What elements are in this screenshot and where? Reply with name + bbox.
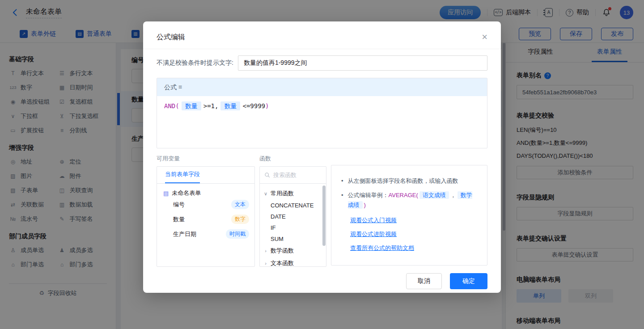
functions-scrollbar-thumb[interactable] xyxy=(322,186,326,246)
variable-name: 生产日期 xyxy=(173,230,196,238)
caret-right-icon: › xyxy=(263,261,268,266)
example-paren: ) xyxy=(364,202,366,208)
group-label: 常用函数 xyxy=(271,190,294,198)
formula-operator: <=9999 xyxy=(242,102,265,110)
help-links: 观看公式入门视频 观看公式进阶视频 查看所有公式的帮助文档 xyxy=(341,216,477,252)
tree-root-form[interactable]: ▤ 未命名表单 xyxy=(163,189,249,197)
function-search[interactable]: 搜索函数 xyxy=(260,167,326,184)
formula-editor[interactable]: 公式 = AND(数量>=1,数量<=9999) xyxy=(157,78,487,148)
tab-current-form-fields[interactable]: 当前表单字段 xyxy=(165,170,200,183)
link-formula-intro-video[interactable]: 观看公式入门视频 xyxy=(350,216,477,224)
tip-label: 不满足校验条件时提示文字: xyxy=(157,59,233,67)
function-group-common[interactable]: ∨ 常用函数 xyxy=(260,187,326,200)
variables-tabrow: 当前表单字段 xyxy=(157,167,254,184)
form-doc-icon: ▤ xyxy=(163,190,169,197)
formula-input-area[interactable]: AND(数量>=1,数量<=9999) xyxy=(157,96,487,148)
modal-footer: 取消 确定 xyxy=(143,267,501,298)
example-function: AVERAGE xyxy=(389,192,416,198)
function-item-date[interactable]: DATE xyxy=(260,211,326,222)
variable-name: 数量 xyxy=(173,215,185,224)
functions-label: 函数 xyxy=(259,155,326,163)
tip-message-input[interactable] xyxy=(238,55,487,71)
example-paren: ( xyxy=(416,192,418,198)
help-box: • 从左侧面板选择字段名和函数，或输入函数 • 公式编辑举例：AVERAGE(语… xyxy=(331,165,487,266)
modal-body: 不满足校验条件时提示文字: 公式 = AND(数量>=1,数量<=9999) 可… xyxy=(143,49,501,267)
variables-box: 当前表单字段 ▤ 未命名表单 编号 文本 xyxy=(157,166,255,267)
cancel-button[interactable]: 取消 xyxy=(406,273,442,289)
functions-box: 搜索函数 ∨ 常用函数 CONCATENATE DATE IF SUM xyxy=(259,166,326,267)
modal-header: 公式编辑 × xyxy=(143,21,501,49)
bullet-dot: • xyxy=(341,190,343,210)
formula-paren: ) xyxy=(265,102,269,110)
help-column: • 从左侧面板选择字段名和函数，或输入函数 • 公式编辑举例：AVERAGE(语… xyxy=(331,155,487,267)
app-screen: 未命名表单 应用访问 </> 后端脚本 A ? 帮助 13 ↗ xyxy=(0,0,644,329)
example-comma: ， xyxy=(450,192,456,198)
help-label-spacer xyxy=(331,155,487,161)
formula-header: 公式 = xyxy=(157,78,487,96)
formula-field-chip[interactable]: 数量 xyxy=(182,101,201,110)
variables-tree: ▤ 未命名表单 编号 文本 数量 数字 xyxy=(157,184,254,241)
caret-down-icon: ∨ xyxy=(263,191,268,197)
type-tag: 数字 xyxy=(231,215,249,224)
variable-name: 编号 xyxy=(173,201,185,209)
link-formula-help-docs[interactable]: 查看所有公式的帮助文档 xyxy=(350,244,477,252)
function-list: ∨ 常用函数 CONCATENATE DATE IF SUM › 数学函数 xyxy=(260,184,326,267)
formula-editor-modal: 公式编辑 × 不满足校验条件时提示文字: 公式 = AND(数量>=1,数量<=… xyxy=(143,21,501,293)
formula-operator: >=1, xyxy=(203,102,219,110)
modal-panes: 可用变量 当前表单字段 ▤ 未命名表单 编号 文本 xyxy=(157,155,487,267)
search-icon xyxy=(264,172,270,178)
confirm-button[interactable]: 确定 xyxy=(450,273,487,289)
example-chip: 语文成绩 xyxy=(419,191,449,199)
bullet-text: 从左侧面板选择字段名和函数，或输入函数 xyxy=(348,176,458,186)
function-item-if[interactable]: IF xyxy=(260,222,326,233)
formula-paren: ( xyxy=(175,102,179,110)
caret-right-icon: › xyxy=(263,248,268,253)
variables-label: 可用变量 xyxy=(157,155,255,163)
function-group-text[interactable]: › 文本函数 xyxy=(260,257,326,267)
function-item-sum[interactable]: SUM xyxy=(260,233,326,245)
variable-row-quantity[interactable]: 数量 数字 xyxy=(163,212,249,227)
group-label: 文本函数 xyxy=(271,259,294,267)
help-bullet-2: • 公式编辑举例：AVERAGE(语文成绩，数学成绩) xyxy=(341,190,477,210)
function-group-math[interactable]: › 数学函数 xyxy=(260,245,326,257)
modal-title: 公式编辑 xyxy=(157,33,185,42)
type-tag: 时间戳 xyxy=(226,229,249,239)
help-bullet-1: • 从左侧面板选择字段名和函数，或输入函数 xyxy=(341,176,477,186)
variables-column: 可用变量 当前表单字段 ▤ 未命名表单 编号 文本 xyxy=(157,155,255,267)
tip-row: 不满足校验条件时提示文字: xyxy=(157,55,487,71)
close-icon[interactable]: × xyxy=(482,32,487,42)
bullet-text: 公式编辑举例：AVERAGE(语文成绩，数学成绩) xyxy=(348,190,477,210)
example-prefix: 公式编辑举例： xyxy=(348,192,389,198)
type-tag: 文本 xyxy=(231,200,249,209)
variable-row-number[interactable]: 编号 文本 xyxy=(163,197,249,212)
help-inner: • 从左侧面板选择字段名和函数，或输入函数 • 公式编辑举例：AVERAGE(语… xyxy=(331,165,487,264)
link-formula-advanced-video[interactable]: 观看公式进阶视频 xyxy=(350,230,477,238)
variable-row-production-date[interactable]: 生产日期 时间戳 xyxy=(163,227,249,241)
functions-column: 函数 搜索函数 ∨ 常用函数 CONCATENATE DATE xyxy=(259,155,326,267)
search-placeholder: 搜索函数 xyxy=(273,171,297,179)
group-label: 数学函数 xyxy=(271,247,294,255)
formula-function-token: AND xyxy=(164,102,175,110)
formula-field-chip[interactable]: 数量 xyxy=(220,101,240,110)
bullet-dot: • xyxy=(341,176,343,186)
tree-root-label: 未命名表单 xyxy=(172,189,201,197)
function-item-concatenate[interactable]: CONCATENATE xyxy=(260,200,326,211)
